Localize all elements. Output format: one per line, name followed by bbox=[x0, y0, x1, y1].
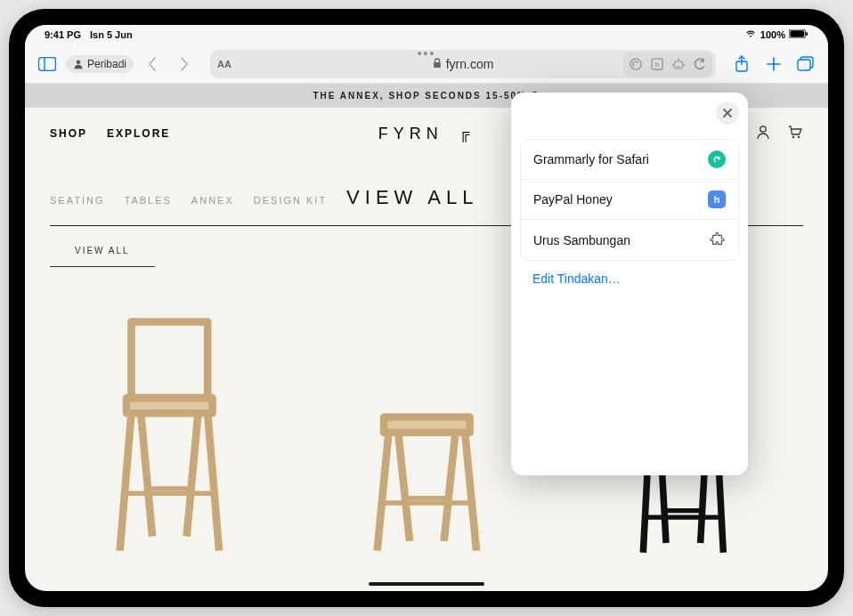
svg-line-29 bbox=[465, 433, 476, 551]
svg-rect-19 bbox=[131, 321, 207, 398]
view-all-sublabel[interactable]: VIEW ALL bbox=[50, 235, 155, 267]
cat-design-kit[interactable]: DESIGN KIT bbox=[254, 195, 327, 206]
promo-text: THE ANNEX, SHOP SECONDS 15-50% O bbox=[313, 91, 540, 101]
url-extension-icons: h bbox=[623, 52, 712, 77]
edit-actions-link[interactable]: Edit Tindakan… bbox=[520, 261, 739, 296]
svg-line-31 bbox=[443, 433, 455, 541]
popover-item-grammarly[interactable]: Grammarly for Safari bbox=[521, 140, 738, 180]
svg-line-30 bbox=[398, 433, 410, 541]
honey-icon: h bbox=[708, 190, 726, 208]
svg-rect-3 bbox=[39, 57, 56, 70]
popover-item-honey[interactable]: PayPal Honey h bbox=[521, 180, 738, 220]
brand-logo[interactable]: FYRN ╔ bbox=[378, 125, 475, 143]
svg-point-17 bbox=[792, 136, 794, 138]
status-time: 9:41 PG bbox=[45, 29, 81, 40]
svg-text:h: h bbox=[655, 61, 660, 69]
wifi-icon bbox=[744, 29, 757, 40]
account-icon[interactable] bbox=[755, 124, 771, 143]
ext-label: Grammarly for Safari bbox=[533, 152, 649, 166]
profile-button[interactable]: Peribadi bbox=[66, 55, 134, 73]
cat-seating[interactable]: SEATING bbox=[50, 195, 104, 206]
reader-mode-icon[interactable]: AA bbox=[217, 59, 232, 69]
url-bar[interactable]: AA fyrn.com h bbox=[210, 50, 716, 78]
extensions-urlbar-icon[interactable] bbox=[668, 53, 689, 75]
grammarly-urlbar-icon[interactable] bbox=[625, 53, 646, 75]
status-bar: 9:41 PG Isn 5 Jun 100% bbox=[25, 25, 828, 45]
svg-line-23 bbox=[141, 413, 152, 536]
status-date: Isn 5 Jun bbox=[90, 29, 133, 40]
battery-text: 100% bbox=[760, 29, 785, 40]
cat-view-all[interactable]: VIEW ALL bbox=[346, 186, 478, 209]
product-card-chair[interactable] bbox=[50, 303, 289, 570]
ext-label: PayPal Honey bbox=[533, 192, 613, 207]
extensions-popover: Grammarly for Safari PayPal Honey h Urus… bbox=[511, 93, 748, 475]
ext-label: Urus Sambungan bbox=[533, 233, 630, 247]
nav-shop[interactable]: SHOP bbox=[50, 127, 87, 140]
sidebar-button[interactable] bbox=[34, 51, 61, 77]
svg-rect-15 bbox=[798, 60, 810, 70]
svg-rect-1 bbox=[790, 30, 804, 37]
tabs-button[interactable] bbox=[792, 51, 819, 77]
svg-point-16 bbox=[760, 126, 766, 132]
svg-line-28 bbox=[377, 433, 388, 551]
svg-rect-2 bbox=[806, 32, 808, 36]
popover-close-button[interactable] bbox=[716, 101, 739, 125]
svg-point-7 bbox=[630, 59, 641, 69]
svg-line-21 bbox=[120, 413, 132, 550]
svg-rect-27 bbox=[384, 417, 469, 433]
back-button[interactable] bbox=[139, 51, 166, 77]
brand-text: FYRN bbox=[378, 125, 443, 143]
forward-button[interactable] bbox=[171, 51, 198, 77]
svg-line-22 bbox=[207, 413, 219, 550]
screen: 9:41 PG Isn 5 Jun 100% ••• Peribadi bbox=[25, 25, 828, 591]
new-tab-button[interactable] bbox=[760, 51, 787, 77]
share-button[interactable] bbox=[728, 51, 755, 77]
popover-item-manage[interactable]: Urus Sambungan bbox=[521, 220, 738, 260]
ipad-frame: 9:41 PG Isn 5 Jun 100% ••• Peribadi bbox=[9, 9, 844, 607]
svg-line-24 bbox=[187, 413, 199, 536]
brand-mark-icon: ╔ bbox=[459, 126, 475, 142]
svg-rect-6 bbox=[434, 62, 441, 68]
honey-urlbar-icon[interactable]: h bbox=[646, 53, 668, 75]
svg-point-18 bbox=[798, 136, 800, 138]
svg-point-5 bbox=[77, 60, 81, 64]
popover-list: Grammarly for Safari PayPal Honey h Urus… bbox=[520, 139, 739, 261]
reload-icon[interactable] bbox=[689, 53, 711, 75]
multitask-dots-icon[interactable]: ••• bbox=[418, 46, 436, 61]
cat-tables[interactable]: TABLES bbox=[124, 195, 171, 206]
nav-explore[interactable]: EXPLORE bbox=[107, 127, 170, 140]
profile-label: Peribadi bbox=[87, 58, 126, 70]
svg-rect-20 bbox=[126, 398, 212, 413]
grammarly-icon bbox=[708, 150, 726, 168]
cart-icon[interactable] bbox=[787, 124, 803, 143]
battery-icon bbox=[789, 29, 808, 40]
puzzle-icon bbox=[710, 231, 726, 249]
home-indicator[interactable] bbox=[369, 582, 484, 586]
url-domain: fyrn.com bbox=[446, 57, 494, 71]
cat-annex[interactable]: ANNEX bbox=[191, 195, 234, 206]
